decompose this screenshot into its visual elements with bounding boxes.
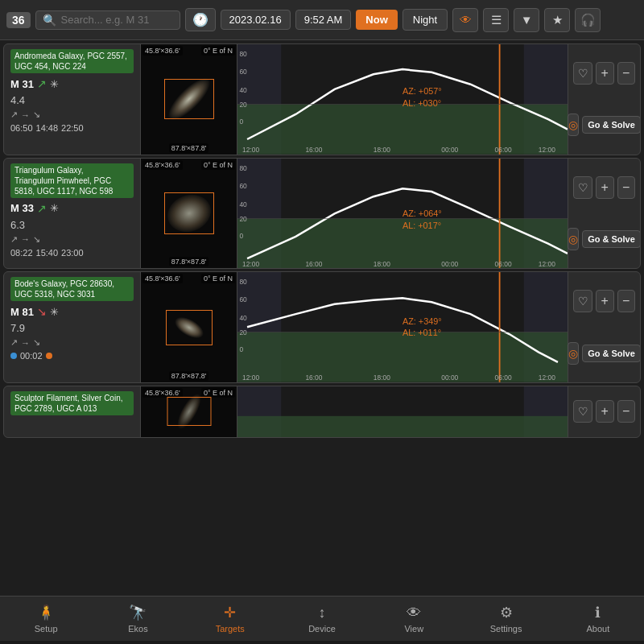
svg-text:60: 60: [239, 68, 247, 76]
time-button[interactable]: 9:52 AM: [295, 10, 352, 30]
go-solve-button[interactable]: Go & Solve: [582, 230, 641, 248]
clock-button[interactable]: 🕐: [185, 8, 216, 31]
bottom-nav: 🧍 Setup 🔭 Ekos ✛ Targets ↕ Device 👁 View…: [0, 596, 644, 641]
go-solve-button[interactable]: Go & Solve: [582, 345, 641, 362]
target-card: Sculptor Filament, Silver Coin,PGC 2789,…: [3, 386, 641, 438]
card-title: Bode's Galaxy, PGC 28630,UGC 5318, NGC 3…: [10, 277, 134, 301]
svg-text:AZ: +349°: AZ: +349°: [402, 316, 442, 326]
add-button[interactable]: +: [596, 176, 613, 199]
trend-up-icon: ↗: [37, 202, 47, 215]
card-info: Bode's Galaxy, PGC 28630,UGC 5318, NGC 3…: [4, 272, 141, 382]
ekos-label: Ekos: [128, 624, 147, 634]
card-chart: [237, 386, 568, 437]
svg-text:40: 40: [239, 200, 247, 208]
nav-item-settings[interactable]: ⚙ Settings: [460, 599, 551, 638]
eye-icon-button[interactable]: 👁: [452, 8, 478, 32]
favorite-button[interactable]: ♡: [573, 62, 592, 85]
clock-dot2: [46, 353, 52, 359]
svg-text:18:00: 18:00: [374, 260, 390, 268]
card-actions: ♡ + − ◎ Go & Solve: [568, 44, 640, 155]
card-title: Sculptor Filament, Silver Coin,PGC 2789,…: [10, 391, 134, 415]
favorite-button[interactable]: ♡: [573, 290, 592, 312]
svg-text:06:00: 06:00: [495, 374, 512, 382]
add-button[interactable]: +: [596, 400, 613, 423]
targets-icon: ✛: [224, 604, 236, 621]
thumb-size-label: 45.8'×36.6': [142, 46, 183, 56]
list-icon-button[interactable]: ☰: [483, 8, 509, 32]
favorite-button[interactable]: ♡: [573, 176, 592, 199]
star-type-icon: ✳: [50, 78, 59, 90]
star-icon-button[interactable]: ★: [544, 8, 570, 32]
setup-label: Setup: [35, 624, 58, 634]
thumb-rect: [164, 79, 214, 119]
rise-icon: ↗: [10, 234, 18, 245]
trend-up-icon: ↗: [37, 77, 47, 90]
catalog-id: M 81: [10, 306, 34, 318]
add-button[interactable]: +: [596, 290, 613, 312]
svg-text:20: 20: [239, 101, 247, 109]
svg-rect-60: [237, 416, 568, 437]
magnitude-label: 7.9: [10, 322, 25, 334]
search-box[interactable]: 🔍: [35, 10, 180, 30]
thumb-orient-label: 0° E of N: [201, 388, 235, 398]
card-chart: 12:00 16:00 18:00 00:00 06:00 12:00 80 6…: [237, 44, 568, 155]
rise-time: 06:50: [10, 123, 33, 133]
svg-text:80: 80: [239, 163, 247, 171]
star-type-icon: ✳: [50, 306, 59, 318]
remove-button[interactable]: −: [617, 400, 635, 423]
transit-time: 14:48: [36, 123, 59, 133]
setup-icon: 🧍: [37, 604, 55, 621]
thumb-size-label: 45.8'×36.6': [142, 274, 183, 283]
transit-icon: →: [21, 338, 30, 348]
card-info: Andromeda Galaxy, PGC 2557,UGC 454, NGC …: [4, 44, 141, 155]
svg-text:40: 40: [239, 314, 247, 322]
night-button[interactable]: Night: [402, 9, 448, 31]
about-icon: ℹ: [595, 604, 601, 621]
filter-icon-button[interactable]: ▼: [514, 8, 539, 32]
card-actions: ♡ + −: [568, 386, 640, 437]
card-thumbnail: 45.8'×36.6' 0° E of N: [141, 386, 237, 437]
thumb-orient-label: 0° E of N: [201, 160, 235, 170]
nav-item-view[interactable]: 👁 View: [368, 600, 460, 638]
svg-text:60: 60: [239, 295, 247, 303]
thumb-dims-label: 87.8'×87.8': [169, 257, 209, 266]
add-button[interactable]: +: [596, 62, 613, 85]
svg-text:0: 0: [239, 118, 243, 126]
thumb-dims-label: 87.8'×87.8': [169, 371, 209, 381]
target-card: Bode's Galaxy, PGC 28630,UGC 5318, NGC 3…: [3, 271, 641, 383]
nav-item-targets[interactable]: ✛ Targets: [184, 599, 276, 638]
top-bar: 36 🔍 🕐 2023.02.16 9:52 AM Now Night 👁 ☰ …: [0, 0, 644, 40]
target-card: Andromeda Galaxy, PGC 2557,UGC 454, NGC …: [3, 43, 641, 155]
go-solve-button[interactable]: Go & Solve: [582, 116, 641, 134]
target-icon-button[interactable]: ◎: [568, 342, 579, 365]
target-icon-button[interactable]: ◎: [568, 228, 579, 250]
set-icon: ↘: [33, 337, 40, 348]
star-type-icon: ✳: [50, 202, 59, 214]
magnitude-label: 4.4: [10, 94, 25, 106]
set-icon: ↘: [33, 234, 40, 245]
svg-text:80: 80: [239, 50, 247, 58]
thumb-orient-label: 0° E of N: [201, 46, 235, 56]
nav-item-ekos[interactable]: 🔭 Ekos: [92, 599, 184, 638]
remove-button[interactable]: −: [617, 62, 635, 85]
search-input[interactable]: [61, 14, 173, 26]
favorite-button[interactable]: ♡: [573, 400, 592, 423]
device-icon: ↕: [318, 605, 325, 621]
thumb-rect: [166, 310, 213, 345]
headphones-icon-button[interactable]: 🎧: [575, 8, 601, 32]
set-time: 23:00: [61, 248, 84, 258]
target-icon-button[interactable]: ◎: [568, 114, 579, 136]
date-button[interactable]: 2023.02.16: [221, 10, 291, 30]
svg-text:40: 40: [239, 86, 247, 94]
remove-button[interactable]: −: [617, 290, 635, 312]
svg-text:60: 60: [239, 182, 247, 190]
nav-item-device[interactable]: ↕ Device: [276, 600, 368, 638]
now-button[interactable]: Now: [356, 10, 397, 30]
svg-text:20: 20: [239, 215, 247, 223]
set-icon: ↘: [33, 109, 40, 120]
svg-text:AL: +011°: AL: +011°: [402, 328, 441, 338]
card-actions: ♡ + − ◎ Go & Solve: [568, 272, 640, 382]
remove-button[interactable]: −: [617, 176, 635, 199]
nav-item-about[interactable]: ℹ About: [552, 599, 644, 638]
nav-item-setup[interactable]: 🧍 Setup: [0, 599, 92, 638]
